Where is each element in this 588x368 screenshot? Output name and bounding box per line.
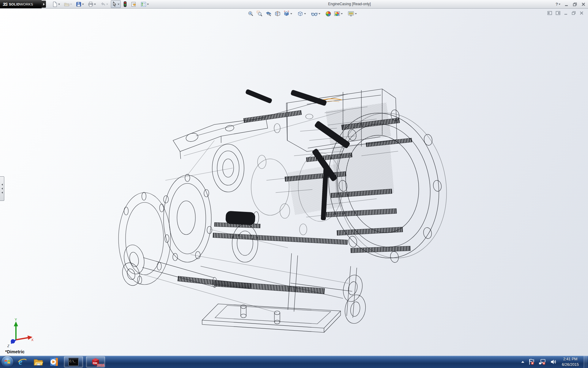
internet-explorer-button[interactable]: e: [16, 356, 29, 367]
titlebar: 3S SOLIDWORKS: [0, 0, 588, 9]
save-dropdown-icon[interactable]: [82, 4, 84, 5]
flyout-arrow-icon: [43, 3, 45, 6]
network-disconnected-icon[interactable]: [538, 358, 546, 365]
minimize-button[interactable]: [564, 2, 569, 6]
taskbar-clock[interactable]: 2:41 PM 6/26/2015: [560, 356, 580, 367]
graphics-viewport[interactable]: Y X Z *Dimetric: [0, 9, 588, 356]
clock-time: 2:41 PM: [562, 356, 579, 362]
base-plate: [202, 253, 357, 332]
print-dropdown-icon[interactable]: [94, 4, 96, 5]
options-button[interactable]: [139, 0, 150, 8]
taskbar: e C:\_: [0, 356, 588, 368]
open-icon: [64, 2, 70, 7]
volume-icon[interactable]: [550, 358, 557, 365]
media-player-icon: [49, 357, 59, 367]
triad-y-label: Y: [15, 318, 17, 321]
command-prompt-button[interactable]: C:\_: [64, 356, 83, 367]
help-dropdown-icon[interactable]: [559, 4, 560, 5]
new-document-icon: [52, 2, 58, 7]
menu-flyout-button[interactable]: [42, 1, 46, 8]
undo-icon: [100, 2, 106, 7]
internet-explorer-icon: e: [17, 357, 27, 367]
rebuild-traffic-light-icon: [123, 1, 127, 7]
solidworks-logo: 3S SOLIDWORKS: [0, 0, 42, 8]
left-cover-ring: [119, 174, 212, 285]
engine-casing-wireframe-model[interactable]: [0, 9, 588, 356]
undo-button: [99, 0, 109, 8]
show-hidden-icons-icon[interactable]: [521, 361, 524, 363]
new-dropdown-icon[interactable]: [58, 4, 60, 5]
select-dropdown-icon[interactable]: [118, 4, 119, 5]
windows-explorer-button[interactable]: [32, 356, 45, 367]
file-properties-icon: [131, 2, 137, 7]
solidworks-window: 3S SOLIDWORKS: [0, 0, 588, 368]
rebuild-button[interactable]: [122, 0, 128, 8]
action-center-flag-icon[interactable]: [528, 358, 535, 365]
top-mounting-plate: [173, 118, 268, 159]
help-icon: ?: [556, 2, 558, 6]
internal-detail-clusters: [266, 103, 398, 217]
options-icon: [141, 2, 146, 7]
save-button[interactable]: [75, 0, 85, 8]
close-button[interactable]: [581, 2, 586, 6]
folder-icon: [33, 357, 43, 366]
windows-flag-icon: [4, 359, 10, 365]
file-properties-button[interactable]: [130, 0, 138, 8]
options-dropdown-icon[interactable]: [147, 4, 149, 5]
triad-z-label: Z: [7, 344, 9, 347]
open-dropdown-icon: [70, 4, 72, 5]
start-button[interactable]: [2, 356, 13, 368]
reference-triad: Y X Z: [6, 318, 34, 347]
media-player-button[interactable]: [47, 356, 61, 367]
svg-text:e: e: [19, 357, 22, 366]
show-desktop-button[interactable]: [584, 356, 587, 368]
help-button[interactable]: ?: [556, 2, 560, 6]
brand-mark: 3S: [3, 2, 7, 7]
view-orientation-label: *Dimetric: [5, 349, 24, 354]
brand-name-bold: SOLID: [9, 2, 20, 6]
sw-year-badge: 2015: [97, 363, 104, 367]
select-button[interactable]: [111, 0, 121, 8]
quick-access-toolbar: [51, 0, 150, 8]
open-button[interactable]: [63, 0, 73, 8]
triad-x-label: X: [31, 338, 34, 342]
command-prompt-icon: C:\_: [68, 358, 79, 366]
print-icon: [88, 2, 93, 7]
window-controls: ?: [556, 0, 586, 8]
undo-dropdown-icon: [106, 4, 108, 5]
new-document-button[interactable]: [51, 0, 61, 8]
brand-name-light: WORKS: [20, 2, 33, 6]
restore-button[interactable]: [573, 2, 577, 6]
select-cursor-icon: [112, 2, 117, 7]
cmd-prompt-text: C:\_: [70, 360, 75, 363]
clock-date: 6/26/2015: [562, 362, 579, 367]
print-button[interactable]: [87, 0, 97, 8]
solidworks-taskbar-button[interactable]: SW 2015: [86, 356, 105, 367]
window-title: EngineCasing [Read-only]: [328, 2, 371, 6]
system-tray: 2:41 PM 6/26/2015: [521, 356, 588, 368]
save-icon: [76, 2, 81, 7]
